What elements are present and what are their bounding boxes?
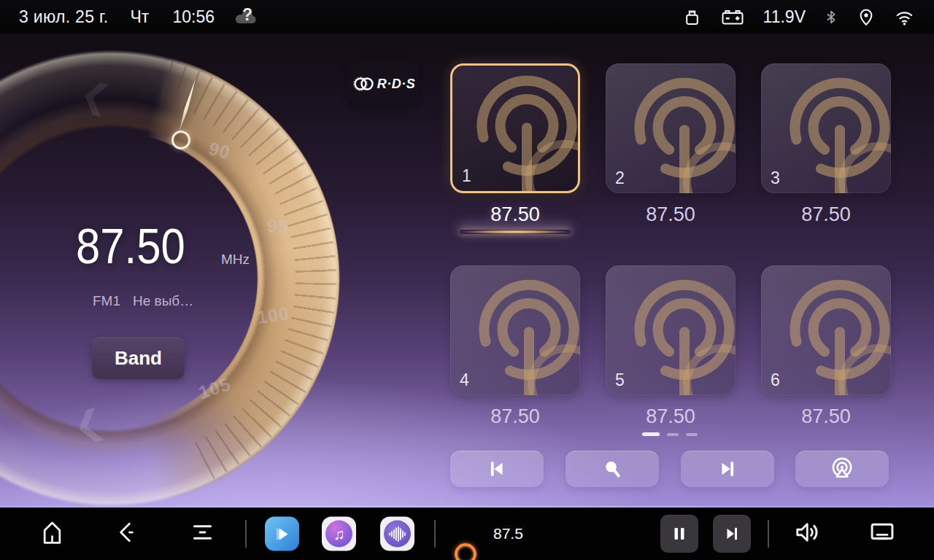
car-battery-icon bbox=[720, 7, 745, 27]
radio-screen: 90 95 100 105 ❮ ❮ 87.50 MHz FM1 Не выб… … bbox=[0, 34, 934, 508]
antenna-icon bbox=[623, 273, 736, 395]
preset-tile-4[interactable]: 4 bbox=[450, 265, 580, 395]
antenna-icon bbox=[468, 273, 580, 395]
current-frequency: 87.50 bbox=[76, 217, 185, 274]
pagination-dot-3[interactable] bbox=[686, 433, 698, 436]
volume-icon bbox=[793, 519, 822, 545]
scan-search-button[interactable] bbox=[566, 451, 659, 487]
preset-frequency: 87.50 bbox=[606, 405, 736, 428]
status-date: 3 июл. 25 г. bbox=[19, 7, 109, 27]
preset-number: 6 bbox=[771, 370, 780, 390]
video-app-button[interactable] bbox=[265, 517, 299, 551]
pause-button[interactable] bbox=[660, 515, 698, 553]
preset-frequency: 87.50 bbox=[450, 405, 580, 428]
station-name: Не выб… bbox=[133, 293, 193, 309]
wifi-icon bbox=[894, 8, 915, 26]
nav-divider bbox=[245, 520, 247, 548]
status-bar: 3 июл. 25 г. Чт 10:56 ? 11.9V bbox=[0, 0, 934, 34]
preset-tile-6[interactable]: 6 bbox=[761, 265, 891, 395]
equalizer-app-button[interactable] bbox=[380, 517, 414, 551]
preset-cell: 4 87.50 bbox=[450, 265, 580, 428]
preset-cell: 1 87.50 bbox=[450, 63, 580, 234]
preset-frequency: 87.50 bbox=[761, 405, 891, 428]
rds-label: R·D·S bbox=[377, 77, 416, 92]
preset-frequency: 87.50 bbox=[761, 203, 891, 226]
preset-cell: 6 87.50 bbox=[761, 265, 891, 428]
preset-tile-3[interactable]: 3 bbox=[761, 63, 891, 193]
band-button-label: Band bbox=[115, 347, 162, 370]
preset-grid: 1 87.50 2 87.50 bbox=[450, 63, 891, 428]
preset-tile-5[interactable]: 5 bbox=[606, 265, 736, 395]
music-note-icon: ♫ bbox=[333, 526, 345, 542]
preset-frequency: 87.50 bbox=[450, 203, 580, 226]
seek-next-button[interactable] bbox=[681, 451, 774, 487]
back-button[interactable] bbox=[114, 519, 138, 548]
search-icon bbox=[601, 458, 623, 480]
skip-next-icon bbox=[717, 458, 738, 480]
seek-previous-button[interactable] bbox=[450, 451, 544, 487]
band-label: FM1 bbox=[93, 293, 120, 309]
home-icon bbox=[40, 519, 64, 545]
menu-lines-icon bbox=[190, 519, 215, 545]
nav-divider bbox=[768, 520, 769, 548]
preset-tile-2[interactable]: 2 bbox=[606, 63, 736, 193]
weather-question-label: ? bbox=[242, 5, 252, 25]
preset-number: 5 bbox=[615, 370, 625, 390]
skip-previous-icon bbox=[486, 458, 508, 480]
waveform-icon bbox=[388, 525, 407, 542]
menu-button[interactable] bbox=[190, 519, 215, 548]
dial-needle-hub bbox=[171, 131, 190, 149]
nav-divider bbox=[434, 520, 436, 548]
frequency-unit: MHz bbox=[221, 252, 250, 268]
music-app-button[interactable]: ♫ bbox=[322, 517, 356, 551]
preset-tile-1[interactable]: 1 bbox=[450, 63, 580, 193]
volume-button[interactable] bbox=[793, 519, 822, 548]
band-button[interactable]: Band bbox=[92, 337, 185, 379]
preset-number: 2 bbox=[615, 168, 625, 188]
next-track-button[interactable] bbox=[713, 515, 751, 553]
bluetooth-icon bbox=[824, 7, 838, 27]
rds-indicator: R·D·S bbox=[348, 63, 420, 105]
now-playing-frequency: 87.5 bbox=[493, 525, 523, 542]
antenna-icon bbox=[779, 71, 891, 193]
skip-next-icon bbox=[723, 525, 741, 542]
preset-cell: 2 87.50 bbox=[606, 63, 736, 234]
preset-number: 3 bbox=[771, 168, 780, 188]
pagination-dot-2[interactable] bbox=[667, 433, 679, 436]
preset-frequency: 87.50 bbox=[606, 203, 736, 226]
antenna-icon bbox=[779, 273, 891, 395]
rds-rings-icon bbox=[352, 74, 376, 93]
preset-cell: 5 87.50 bbox=[606, 265, 736, 428]
preset-number: 4 bbox=[460, 370, 469, 390]
music-app-circle: ♫ bbox=[325, 521, 352, 548]
antenna-icon bbox=[623, 71, 736, 193]
equalizer-app-circle bbox=[384, 521, 411, 548]
preset-number: 1 bbox=[462, 166, 471, 186]
preset-cell: 3 87.50 bbox=[761, 63, 891, 234]
home-button[interactable] bbox=[40, 519, 64, 548]
display-icon bbox=[868, 520, 896, 545]
battery-voltage: 11.9V bbox=[763, 7, 806, 27]
dial-label-95: 95 bbox=[266, 215, 290, 238]
status-weekday: Чт bbox=[131, 7, 150, 27]
tuning-dial bbox=[0, 49, 341, 508]
broadcast-station-icon bbox=[830, 456, 854, 481]
location-icon bbox=[857, 7, 876, 27]
selected-preset-underline bbox=[460, 230, 571, 234]
status-clock: 10:56 bbox=[172, 7, 215, 27]
band-status-line: FM1 Не выб… bbox=[93, 293, 193, 309]
pagination-dot-1[interactable] bbox=[642, 432, 660, 436]
screen-off-button[interactable] bbox=[868, 520, 896, 548]
dial-label-100: 100 bbox=[255, 303, 290, 328]
play-icon bbox=[273, 524, 292, 543]
usb-icon bbox=[682, 7, 702, 27]
back-icon bbox=[114, 519, 138, 545]
station-list-button[interactable] bbox=[795, 451, 889, 487]
weather-icon[interactable]: ? bbox=[234, 4, 263, 29]
bottom-nav-bar: ♫ 87.5 bbox=[0, 508, 934, 560]
antenna-icon bbox=[466, 69, 580, 193]
pause-icon bbox=[671, 525, 688, 542]
preset-pagination bbox=[450, 432, 889, 436]
